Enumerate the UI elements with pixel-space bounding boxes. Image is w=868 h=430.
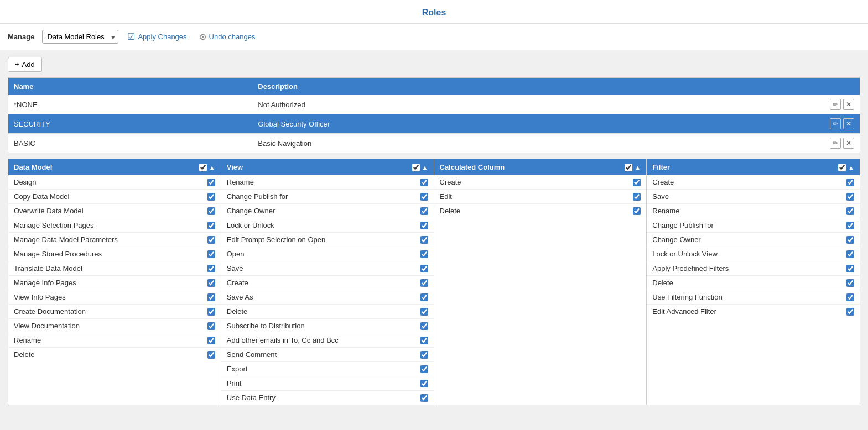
- perm-item-checkbox[interactable]: [846, 193, 854, 201]
- perm-item-checkbox[interactable]: [420, 322, 428, 330]
- perm-item-checkbox[interactable]: [846, 293, 854, 301]
- perm-item-checkbox[interactable]: [633, 207, 641, 215]
- edit-role-button[interactable]: ✏: [830, 138, 841, 149]
- perm-item-checkbox[interactable]: [633, 179, 641, 186]
- permissions-grid: Data Model▲DesignCopy Data ModelOverwrit…: [8, 159, 860, 405]
- perm-item-checkbox[interactable]: [846, 279, 854, 287]
- perm-item-label: Translate Data Model: [14, 264, 82, 272]
- perm-item-checkbox[interactable]: [420, 250, 428, 258]
- perm-col-select-all-calculated_column[interactable]: [625, 164, 632, 171]
- perm-item-checkbox[interactable]: [207, 337, 215, 344]
- delete-role-button[interactable]: ✕: [843, 118, 854, 129]
- perm-item-label: Add other emails in To, Cc and Bcc: [227, 336, 339, 344]
- perm-item-checkbox[interactable]: [420, 394, 428, 402]
- perm-item-checkbox[interactable]: [420, 222, 428, 229]
- perm-item-checkbox[interactable]: [420, 337, 428, 344]
- edit-role-button[interactable]: ✏: [830, 118, 841, 129]
- perm-col-select-all-view[interactable]: [412, 164, 420, 171]
- role-actions: ✏✕: [677, 134, 860, 153]
- table-row[interactable]: *NONENot Authorized✏✕: [8, 95, 860, 114]
- chevron-up-icon[interactable]: ▲: [635, 164, 641, 171]
- perm-item: Use Filtering Function: [647, 290, 860, 305]
- perm-col-header-controls: ▲: [838, 164, 854, 171]
- perm-item-label: Use Data Entry: [227, 394, 276, 402]
- perm-item: Save: [221, 261, 434, 276]
- chevron-up-icon[interactable]: ▲: [209, 164, 215, 171]
- chevron-up-icon[interactable]: ▲: [422, 164, 428, 171]
- perm-item-checkbox[interactable]: [207, 193, 215, 201]
- perm-item-checkbox[interactable]: [846, 179, 854, 186]
- perm-item-checkbox[interactable]: [420, 236, 428, 244]
- manage-select[interactable]: Data Model Roles View Roles Filter Roles: [42, 30, 118, 44]
- perm-col-select-all-data_model[interactable]: [199, 164, 207, 171]
- perm-item-label: Export: [227, 365, 248, 373]
- perm-item-checkbox[interactable]: [207, 265, 215, 272]
- perm-item-checkbox[interactable]: [420, 365, 428, 373]
- perm-item-checkbox[interactable]: [207, 179, 215, 186]
- role-actions: ✏✕: [677, 95, 860, 114]
- perm-item-label: Create Documentation: [14, 307, 86, 316]
- perm-item-checkbox[interactable]: [420, 351, 428, 359]
- perm-item-checkbox[interactable]: [207, 293, 215, 301]
- perm-item-checkbox[interactable]: [420, 380, 428, 387]
- role-actions: ✏✕: [677, 114, 860, 134]
- perm-item-label: Save: [652, 192, 669, 201]
- add-label: Add: [22, 60, 35, 69]
- perm-item: Manage Selection Pages: [8, 218, 221, 233]
- perm-col-select-all-filter[interactable]: [838, 164, 846, 171]
- perm-item-checkbox[interactable]: [207, 279, 215, 287]
- undo-changes-button[interactable]: ⊗ Undo changes: [196, 29, 259, 44]
- apply-changes-button[interactable]: ☑ Apply Changes: [124, 29, 190, 44]
- perm-item-checkbox[interactable]: [846, 265, 854, 272]
- edit-role-button[interactable]: ✏: [830, 99, 841, 110]
- perm-item-checkbox[interactable]: [420, 207, 428, 215]
- perm-item: Open: [221, 247, 434, 261]
- perm-col-header-controls: ▲: [412, 164, 428, 171]
- perm-item: Edit Prompt Selection on Open: [221, 233, 434, 247]
- table-row[interactable]: SECURITYGlobal Security Officer✏✕: [8, 114, 860, 134]
- permission-column-filter: Filter▲CreateSaveRenameChange Publish fo…: [647, 159, 860, 405]
- perm-item-checkbox[interactable]: [420, 193, 428, 201]
- perm-item-label: Manage Info Pages: [14, 279, 76, 287]
- perm-item-checkbox[interactable]: [420, 293, 428, 301]
- perm-item-checkbox[interactable]: [420, 308, 428, 316]
- perm-item-label: Rename: [14, 336, 41, 344]
- role-name: SECURITY: [8, 114, 253, 134]
- perm-item-checkbox[interactable]: [846, 207, 854, 215]
- perm-item-checkbox[interactable]: [207, 207, 215, 215]
- perm-item-checkbox[interactable]: [846, 250, 854, 258]
- perm-item-checkbox[interactable]: [420, 265, 428, 272]
- perm-item-checkbox[interactable]: [207, 250, 215, 258]
- delete-role-button[interactable]: ✕: [843, 138, 854, 149]
- perm-item-checkbox[interactable]: [207, 222, 215, 229]
- perm-item: Manage Stored Procedures: [8, 247, 221, 261]
- perm-item-checkbox[interactable]: [633, 193, 641, 201]
- add-button[interactable]: + Add: [8, 57, 42, 72]
- perm-col-header-controls: ▲: [199, 164, 215, 171]
- perm-item-checkbox[interactable]: [207, 236, 215, 244]
- perm-item-checkbox[interactable]: [846, 222, 854, 229]
- delete-role-button[interactable]: ✕: [843, 99, 854, 110]
- perm-item: Delete: [647, 276, 860, 290]
- perm-item-label: Overwrite Data Model: [14, 207, 84, 215]
- table-row[interactable]: BASICBasic Navigation✏✕: [8, 134, 860, 153]
- perm-item: Overwrite Data Model: [8, 204, 221, 218]
- perm-item-label: Use Filtering Function: [652, 293, 722, 301]
- roles-table: Name Description *NONENot Authorized✏✕SE…: [8, 77, 860, 153]
- perm-item-label: Send Comment: [227, 350, 277, 359]
- role-description: Not Authorized: [252, 95, 677, 114]
- perm-item-checkbox[interactable]: [207, 351, 215, 359]
- manage-select-wrapper[interactable]: Data Model Roles View Roles Filter Roles: [42, 30, 118, 44]
- perm-item-checkbox[interactable]: [846, 308, 854, 316]
- perm-item-checkbox[interactable]: [420, 279, 428, 287]
- chevron-up-icon[interactable]: ▲: [848, 164, 854, 171]
- perm-item-label: Delete: [440, 207, 461, 215]
- apply-changes-label: Apply Changes: [138, 33, 186, 41]
- perm-item-label: Manage Stored Procedures: [14, 250, 102, 258]
- perm-item-checkbox[interactable]: [420, 179, 428, 186]
- undo-changes-label: Undo changes: [209, 33, 256, 41]
- perm-item: Create Documentation: [8, 305, 221, 319]
- perm-item-checkbox[interactable]: [207, 322, 215, 330]
- perm-item-checkbox[interactable]: [207, 308, 215, 316]
- perm-item-checkbox[interactable]: [846, 236, 854, 244]
